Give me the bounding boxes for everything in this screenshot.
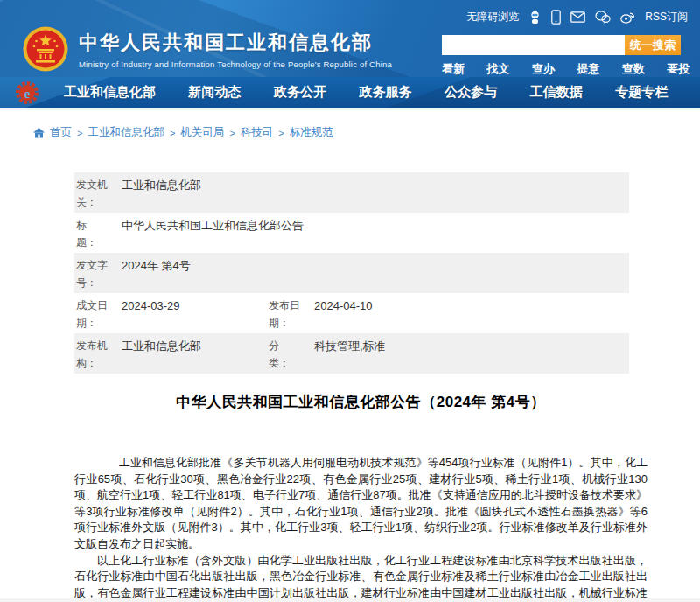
brand: 中华人民共和国工业和信息化部 Ministry of Industry and …	[23, 26, 392, 72]
search-input[interactable]	[442, 35, 625, 55]
nav-item-participation[interactable]: 公众参与	[444, 84, 497, 101]
breadcrumb-separator: >	[77, 128, 82, 138]
breadcrumb-standards[interactable]: 标准规范	[290, 125, 333, 140]
topbar: 无障碍浏览	[466, 9, 688, 24]
national-emblem-icon	[23, 26, 68, 72]
quick-link-data[interactable]: 查数据	[622, 61, 655, 77]
home-icon	[33, 128, 45, 138]
breadcrumb-separator: >	[170, 128, 175, 138]
site-subtitle: Ministry of Industry and Information Tec…	[79, 60, 392, 69]
weibo-icon[interactable]	[620, 10, 635, 24]
breadcrumb-separator: >	[278, 128, 284, 138]
field-value-issuing-authority: 工业和信息化部	[122, 176, 201, 194]
document-info-table: 发文机关： 工业和信息化部 标 题： 中华人民共和国工业和信息化部公告 发文字号…	[74, 172, 629, 374]
field-label-publish-date: 发布日期：	[269, 297, 304, 332]
quick-link-complaint[interactable]: 要投诉	[668, 61, 700, 77]
announcement-paragraph: 工业和信息化部批准《多关节机器人用伺服电动机技术规范》等454项行业标准（见附件…	[74, 455, 648, 553]
field-value-publishing-org: 工业和信息化部	[122, 337, 201, 355]
main-nav: e 工业和信息化部 新闻动态 政务公开 政务服务 公众参与 工信数据 专题专栏	[0, 77, 700, 110]
breadcrumb-tech-dept[interactable]: 科技司	[241, 125, 274, 140]
announcement-title: 中华人民共和国工业和信息化部公告（2024年 第4号）	[74, 392, 648, 412]
field-value-category: 科技管理,标准	[314, 337, 386, 355]
miit-gear-logo-icon: e	[16, 81, 38, 104]
footer-strip	[0, 598, 700, 602]
announcement-body: 工业和信息化部批准《多关节机器人用伺服电动机技术规范》等454项行业标准（见附件…	[74, 455, 648, 602]
rss-link[interactable]: RSS订阅	[645, 10, 688, 24]
nav-item-data[interactable]: 工信数据	[530, 84, 583, 101]
table-row: 发文机关： 工业和信息化部	[74, 172, 629, 213]
nav-item-gov-open[interactable]: 政务公开	[274, 84, 326, 101]
site-title: 中华人民共和国工业和信息化部	[79, 30, 392, 56]
breadcrumb-separator: >	[229, 128, 234, 138]
document-page: 发文机关： 工业和信息化部 标 题： 中华人民共和国工业和信息化部公告 发文字号…	[74, 172, 648, 602]
site-header: 无障碍浏览	[0, 0, 700, 77]
table-row: 成文日期： 2024-03-29 发布日期： 2024-04-10	[74, 293, 629, 333]
wechat-icon[interactable]	[595, 10, 611, 24]
field-label-doc-number: 发文字号：	[76, 256, 111, 291]
field-value-written-date: 2024-03-29	[122, 297, 180, 315]
field-value-doc-number: 2024年 第4号	[122, 256, 191, 275]
nav-item-topics[interactable]: 专题专栏	[615, 84, 668, 101]
quick-link-news[interactable]: 看新闻	[442, 61, 475, 77]
table-row: 标 题： 中华人民共和国工业和信息化部公告	[74, 213, 629, 253]
breadcrumb: 首页 > 工业和信息化部 > 机关司局 > 科技司 > 标准规范	[33, 125, 700, 140]
field-value-title: 中华人民共和国工业和信息化部公告	[122, 216, 304, 234]
field-label-publishing-org: 发布机构：	[76, 337, 111, 372]
table-row: 发布机构： 工业和信息化部 分 类： 科技管理,标准	[74, 333, 629, 374]
nav-item-gov-service[interactable]: 政务服务	[359, 84, 411, 101]
mail-icon[interactable]	[570, 11, 585, 23]
field-label-written-date: 成文日期：	[76, 297, 111, 332]
quick-link-services[interactable]: 查办事	[532, 61, 565, 77]
search-button[interactable]: 统一搜索	[625, 35, 681, 55]
breadcrumb-home[interactable]: 首页	[50, 125, 72, 140]
field-value-publish-date: 2024-04-10	[314, 297, 373, 315]
breadcrumb-miit[interactable]: 工业和信息化部	[88, 125, 164, 140]
nav-item-news[interactable]: 新闻动态	[188, 84, 241, 101]
field-label-issuing-authority: 发文机关：	[76, 176, 111, 211]
breadcrumb-departments[interactable]: 机关司局	[180, 125, 224, 140]
quick-links: 看新闻 找文件 查办事 提意见 查数据 要投诉	[442, 61, 700, 77]
nav-item-miit[interactable]: 工业和信息化部	[64, 84, 156, 101]
svg-text:e: e	[24, 86, 31, 100]
field-label-title: 标 题：	[76, 216, 111, 251]
mascot-robot-icon[interactable]	[528, 9, 542, 24]
quick-link-files[interactable]: 找文件	[487, 61, 521, 77]
quick-link-suggest[interactable]: 提意见	[578, 61, 611, 77]
table-row: 发文字号： 2024年 第4号	[74, 253, 629, 293]
announcement-paragraph: 以上化工行业标准（含外文版）由化学工业出版社出版，化工行业工程建设标准由北京科学…	[74, 553, 648, 602]
mobile-icon[interactable]	[551, 10, 561, 24]
field-label-category: 分 类：	[269, 337, 304, 372]
accessibility-link[interactable]: 无障碍浏览	[466, 10, 519, 24]
